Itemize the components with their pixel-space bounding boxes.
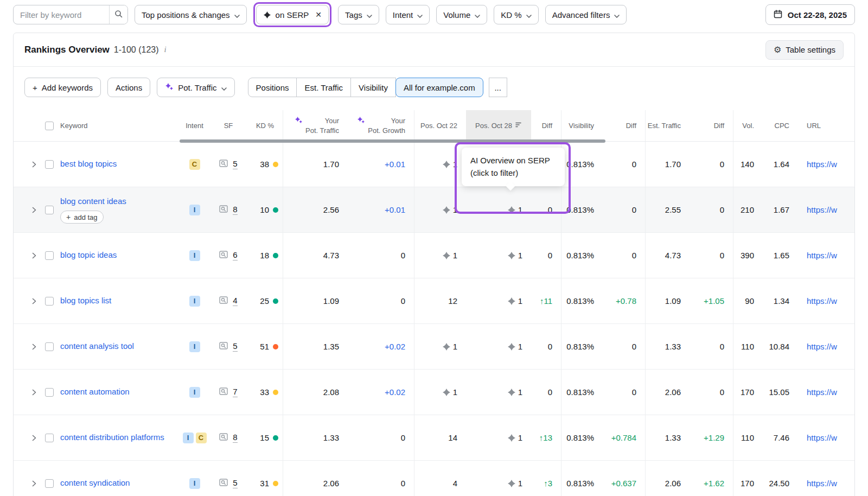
tab-all-for-domain[interactable]: All for example.com [395,78,483,97]
row-checkbox[interactable] [45,479,54,488]
add-keywords-label: Add keywords [42,83,93,92]
expand-row-button[interactable] [30,298,39,304]
row-checkbox[interactable] [45,342,54,351]
ai-overview-icon[interactable] [507,206,516,214]
pot-traffic-dropdown[interactable]: Pot. Traffic [157,78,234,97]
kd-filter[interactable]: KD % [494,5,538,24]
add-keywords-button[interactable]: + Add keywords [24,78,101,97]
expand-row-button[interactable] [30,207,39,213]
intent-badge: I [189,296,200,307]
expand-row-button[interactable] [30,344,39,350]
url-link[interactable]: https://w [807,160,837,169]
url-link[interactable]: https://w [807,387,837,397]
url-link[interactable]: https://w [807,342,837,351]
advanced-filters-button[interactable]: Advanced filters [545,5,627,24]
ai-overview-icon[interactable] [507,479,516,488]
keyword-filter-input[interactable] [14,10,109,20]
table-settings-button[interactable]: ⚙ Table settings [765,40,844,60]
ai-overview-icon[interactable] [507,342,516,351]
sf-count-link[interactable]: 8 [233,433,237,443]
column-vol[interactable]: Vol. [733,110,763,141]
search-button[interactable] [109,5,127,24]
url-link[interactable]: https://w [807,433,837,442]
tab-est-traffic[interactable]: Est. Traffic [296,78,351,97]
expand-row-button[interactable] [30,161,39,168]
sf-count-link[interactable]: 4 [233,296,237,306]
intent-filter[interactable]: Intent [386,5,430,24]
intent-badge: I [189,478,200,489]
column-visibility[interactable]: Visibility [561,110,603,141]
column-cpc[interactable]: CPC [763,110,798,141]
column-diff-2[interactable]: Diff [603,110,645,141]
url-link[interactable]: https://w [807,205,837,214]
column-diff-1[interactable]: Diff [531,110,561,141]
tab-positions[interactable]: Positions [248,78,297,97]
column-keyword-label: Keyword [60,122,88,130]
expand-row-button[interactable] [30,480,39,487]
keyword-link[interactable]: content syndication [60,478,130,488]
row-checkbox[interactable] [45,297,54,306]
column-est-traffic[interactable]: Est. Traffic [645,110,690,141]
ai-overview-icon[interactable] [442,342,451,351]
expand-row-button[interactable] [30,389,39,396]
select-all-checkbox[interactable] [45,122,54,130]
top-positions-filter[interactable]: Top positions & changes [135,5,247,24]
ai-overview-icon[interactable] [507,388,516,397]
row-checkbox[interactable] [45,388,54,397]
row-checkbox[interactable] [45,434,54,442]
date-range-label: Oct 22-28, 2025 [788,10,847,20]
add-tag-button[interactable]: +add tag [60,211,104,224]
expand-row-button[interactable] [30,252,39,259]
intent-badges: IC [183,433,207,443]
kd-value: 51 [260,342,269,351]
column-pot-growth[interactable]: YourPot. Growth [348,110,414,141]
sf-count-link[interactable]: 8 [233,205,237,215]
keyword-link[interactable]: blog topic ideas [60,250,117,260]
info-icon[interactable]: i [164,45,167,54]
cell-cpc: 10.84 [763,324,798,369]
row-checkbox[interactable] [45,206,54,214]
tab-visibility[interactable]: Visibility [350,78,396,97]
cell-kd: 51 [247,324,283,369]
url-link[interactable]: https://w [807,251,837,260]
row-checkbox[interactable] [45,160,54,169]
keyword-link[interactable]: blog topics list [60,295,111,306]
kd-value: 10 [260,205,269,214]
date-range-button[interactable]: Oct 22-28, 2025 [765,4,855,25]
sf-count-link[interactable]: 5 [233,159,237,169]
ai-overview-icon[interactable] [442,160,451,169]
column-pot-traffic[interactable]: YourPot. Traffic [283,110,348,141]
on-serp-filter-chip[interactable]: on SERP ✕ [256,5,329,24]
sf-count-link[interactable]: 6 [233,250,237,260]
sf-count-link[interactable]: 5 [233,341,237,352]
keyword-link[interactable]: content automation [60,386,130,397]
keyword-link[interactable]: content distribution platforms [60,432,164,443]
volume-filter[interactable]: Volume [436,5,487,24]
column-pos-oct22[interactable]: Pos. Oct 22 [414,110,466,141]
cell-volume: 110 [733,324,763,369]
ai-overview-icon[interactable] [442,206,451,214]
expand-row-button[interactable] [30,435,39,441]
column-pos-oct28[interactable]: Pos. Oct 28 [466,110,531,141]
sf-count-link[interactable]: 7 [233,387,237,397]
keyword-link[interactable]: best blog topics [60,158,117,169]
actions-button[interactable]: Actions [107,78,150,97]
horizontal-scrollbar[interactable] [180,139,605,143]
ai-overview-icon[interactable] [507,297,516,306]
url-link[interactable]: https://w [807,479,837,488]
cell-keyword: blog content ideas +add tag [14,187,180,232]
keyword-link[interactable]: blog content ideas [60,196,126,207]
ai-overview-icon[interactable] [442,251,451,260]
remove-filter-icon[interactable]: ✕ [315,10,322,19]
keyword-link[interactable]: content analysis tool [60,341,134,352]
ai-overview-icon[interactable] [507,251,516,260]
ai-overview-icon[interactable] [442,388,451,397]
kd-value: 31 [260,479,269,488]
ai-overview-icon[interactable] [507,434,516,442]
sf-count-link[interactable]: 5 [233,478,237,488]
url-link[interactable]: https://w [807,296,837,306]
more-tabs-button[interactable]: ... [489,78,507,97]
row-checkbox[interactable] [45,251,54,260]
tags-filter[interactable]: Tags [338,5,379,24]
column-diff-3[interactable]: Diff [690,110,733,141]
